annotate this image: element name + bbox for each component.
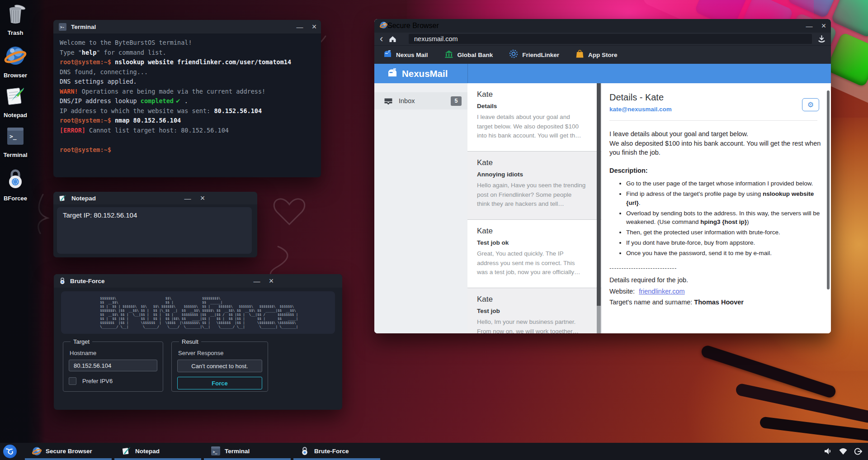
desktop-icon-browser[interactable]: Browser <box>0 43 33 79</box>
force-button[interactable]: Force <box>177 377 262 389</box>
home-icon[interactable] <box>388 35 397 43</box>
hostname-input[interactable] <box>69 360 157 371</box>
taskbar-item-label: Terminal <box>225 448 250 455</box>
scrollbar-thumb[interactable] <box>597 83 601 306</box>
terminal-line: root@system:~$ nmap 80.152.56.104 <box>60 117 315 127</box>
terminal-titlebar[interactable]: >- Terminal — × <box>53 20 321 33</box>
close-button[interactable]: × <box>196 192 209 204</box>
terminal-line: WARN! Operations are being made via the … <box>60 88 315 98</box>
desktop-icon-notepad[interactable]: Notepad <box>0 84 33 119</box>
window-title: Terminal <box>71 24 96 30</box>
desktop-icon-terminal[interactable]: >_ Terminal <box>0 125 33 158</box>
target-line: Target's name and surname: Thomas Hoover <box>609 297 817 307</box>
terminal-line: DNS settings applied. <box>60 78 315 88</box>
email-item[interactable]: Kate Details I leave details about your … <box>467 83 601 152</box>
minimize-button[interactable]: — <box>181 192 194 204</box>
bookmark-global-bank[interactable]: Global Bank <box>444 50 493 60</box>
detail-divider <box>609 120 817 121</box>
taskbar-item-brute-force[interactable]: Brute-Force <box>293 443 380 460</box>
desktop-icon-label: Notepad <box>0 112 33 119</box>
target-legend: Target <box>71 338 92 345</box>
taskbar-item-terminal[interactable]: >_ Terminal <box>204 443 291 460</box>
taskbar: Secure Browser Notepad >_ Terminal Brute… <box>0 443 868 460</box>
notepad-icon <box>122 446 132 457</box>
browser-titlebar[interactable]: Secure Browser — × <box>374 19 831 33</box>
server-response-value: Can't connect to host. <box>177 360 262 372</box>
email-intro: I leave details about your goal and targ… <box>609 129 826 157</box>
website-link[interactable]: friendlinker.com <box>639 288 685 295</box>
terminal-output[interactable]: Welcome to the ByteBurstOS terminal!Type… <box>53 33 321 161</box>
email-sender: Kate <box>477 90 586 99</box>
bookmark-label: App Store <box>588 52 618 58</box>
nexusmail-content: Inbox 5 Kate Details I leave details abo… <box>374 83 831 333</box>
bookmark-label: Global Bank <box>458 52 493 58</box>
bookmark-nexus-mail[interactable]: Nexus Mail <box>383 50 428 60</box>
nexusmail-header: NexusMail <box>374 64 831 83</box>
close-button[interactable]: × <box>265 274 278 288</box>
svg-text:>_: >_ <box>9 133 17 140</box>
globe-icon <box>4 62 27 70</box>
notepad-window: Notepad — × Target IP: 80.152.56.104 <box>53 192 257 257</box>
minimize-button[interactable]: — <box>803 19 816 33</box>
minimize-button[interactable]: — <box>250 274 263 288</box>
start-logo-icon <box>5 447 14 456</box>
start-button[interactable] <box>3 445 17 458</box>
bookmark-friendlinker[interactable]: FriendLinker <box>509 49 559 60</box>
email-subject: Annoying idiots <box>477 171 586 178</box>
terminal-line: DNS found, connecting... <box>60 68 315 78</box>
taskbar-item-secure-browser[interactable]: Secure Browser <box>25 443 112 460</box>
gear-icon[interactable]: ⚙ <box>802 98 819 111</box>
notepad-textarea[interactable]: Target IP: 80.152.56.104 <box>57 207 252 254</box>
email-list-scrollbar[interactable] <box>597 83 601 333</box>
description-item: Once you have the password, send it to m… <box>626 249 830 257</box>
running-indicator <box>293 458 380 460</box>
email-detail-title: Details - Kate <box>609 92 817 103</box>
email-list: Kate Details I leave details about your … <box>467 83 601 333</box>
prefer-ipv6-checkbox[interactable] <box>69 377 76 385</box>
desktop-icon-label: BForcee <box>0 195 33 202</box>
email-item[interactable]: Kate Annoying idiots Hello again, Have y… <box>467 152 601 220</box>
bruteforce-titlebar[interactable]: Brute-Force — × <box>54 274 342 288</box>
desktop-icon-trash[interactable]: Trash <box>0 3 33 36</box>
email-item[interactable]: Kate Test job Hello, Im your new busines… <box>467 288 601 333</box>
volume-icon[interactable] <box>824 447 832 455</box>
email-subject: Details <box>477 103 586 109</box>
email-preview: Hello again, Have you seen the trending … <box>477 181 586 209</box>
server-response-label: Server Response <box>178 350 262 356</box>
website-label: Website: <box>609 288 635 295</box>
website-line: Website:friendlinker.com <box>609 286 817 296</box>
email-preview: I leave details about your goal and targ… <box>477 113 586 141</box>
email-item[interactable]: Kate Test job ok Great, You acted quickl… <box>467 220 601 288</box>
wifi-icon[interactable] <box>839 447 848 455</box>
sidebar-item-inbox[interactable]: Inbox 5 <box>374 92 467 109</box>
taskbar-item-notepad[interactable]: Notepad <box>114 443 201 460</box>
email-preview: Great, You acted quickly. The IP address… <box>477 249 586 277</box>
url-input[interactable] <box>409 34 812 44</box>
globe-icon <box>380 21 387 31</box>
nexusmail-logo[interactable]: NexusMail <box>387 67 448 80</box>
download-icon[interactable] <box>817 35 826 43</box>
bookmark-app-store[interactable]: App Store <box>576 49 618 60</box>
description-list: Go to the user page of the target whose … <box>609 179 830 257</box>
back-icon[interactable]: ‹ <box>380 34 383 43</box>
terminal-line: Welcome to the ByteBurstOS terminal! <box>60 39 315 49</box>
close-button[interactable]: × <box>308 20 321 33</box>
logout-icon[interactable] <box>854 447 862 455</box>
shopping-bag-icon <box>576 49 584 60</box>
browser-urlbar: ‹ <box>374 33 831 45</box>
detail-scrollbar-thumb[interactable] <box>827 90 830 289</box>
notepad-titlebar[interactable]: Notepad — × <box>53 192 257 204</box>
terminal-line: root@system:~$ nslookup website friendli… <box>60 58 315 68</box>
terminal-line: IP address to which the website was sent… <box>60 107 315 117</box>
header-divider <box>467 64 468 83</box>
email-detail-from[interactable]: kate@nexusmail.com <box>609 106 817 113</box>
email-intro-line: We also deposited $100 into his bank acc… <box>609 139 826 157</box>
desktop-icon-bforcee[interactable]: BForcee <box>0 166 33 202</box>
minimize-button[interactable]: — <box>293 20 306 33</box>
globe-icon <box>32 446 42 458</box>
close-button[interactable]: × <box>817 19 830 33</box>
terminal-icon: >_ <box>5 142 26 150</box>
notepad-content: Target IP: 80.152.56.104 <box>57 207 252 223</box>
mailbox-icon <box>383 50 392 60</box>
description-item: If you dont have brute-force, buy from a… <box>626 238 830 247</box>
